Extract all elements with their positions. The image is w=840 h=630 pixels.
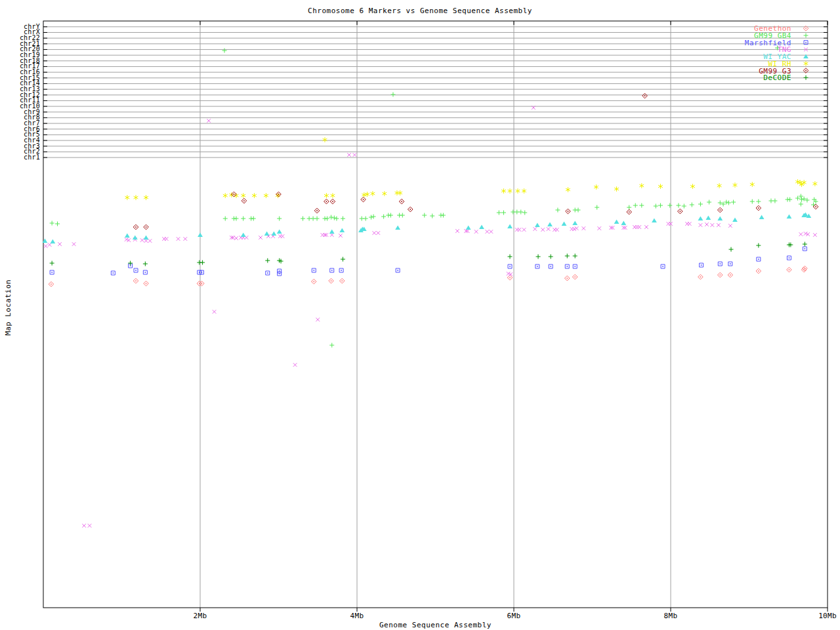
data-point — [486, 230, 490, 234]
data-point — [728, 224, 732, 228]
data-point — [639, 183, 644, 188]
data-point — [330, 233, 334, 237]
data-point — [627, 209, 632, 215]
data-point — [360, 217, 364, 221]
data-point — [278, 269, 282, 273]
data-point — [324, 199, 329, 204]
data-point — [690, 184, 695, 189]
data-point — [165, 237, 169, 241]
data-point — [682, 204, 686, 209]
data-point — [314, 208, 320, 213]
data-point — [768, 199, 773, 203]
data-point — [133, 278, 138, 284]
data-point — [597, 226, 601, 230]
data-point — [718, 262, 722, 266]
data-point — [307, 217, 312, 221]
data-point — [728, 262, 732, 266]
data-point — [799, 232, 803, 236]
data-point — [522, 228, 526, 232]
series-marshfield — [50, 247, 807, 276]
data-point — [812, 181, 817, 186]
data-point — [140, 238, 144, 242]
data-point — [242, 198, 247, 203]
data-point — [388, 213, 393, 218]
data-point — [324, 193, 329, 198]
data-point — [711, 223, 715, 227]
data-point — [82, 524, 86, 528]
data-point — [514, 210, 519, 215]
data-point — [395, 225, 400, 230]
data-point — [759, 215, 765, 219]
data-point — [455, 229, 459, 233]
data-point — [125, 233, 130, 238]
data-point — [347, 153, 351, 157]
legend-marker-icon — [804, 75, 808, 80]
data-point — [652, 218, 657, 222]
data-point — [533, 227, 537, 231]
data-point — [555, 228, 559, 232]
data-point — [361, 197, 366, 202]
data-point — [200, 261, 205, 265]
data-point — [198, 232, 203, 237]
data-point — [731, 200, 736, 205]
data-point — [756, 205, 761, 211]
data-point — [241, 217, 245, 221]
data-point — [594, 184, 598, 190]
data-point — [566, 209, 571, 214]
data-point — [726, 201, 731, 205]
data-point — [799, 198, 804, 202]
data-point — [497, 211, 501, 215]
data-point — [717, 272, 723, 278]
data-point — [134, 268, 138, 272]
data-point — [733, 182, 738, 188]
data-point — [312, 268, 316, 272]
data-point — [125, 195, 129, 200]
data-point — [690, 203, 694, 207]
y-tick-label-chr1: chr1 — [0, 155, 40, 160]
data-point — [271, 231, 276, 236]
data-point — [222, 49, 227, 53]
data-point — [756, 268, 761, 274]
data-point — [564, 276, 570, 281]
data-point — [633, 203, 638, 208]
plot-area — [0, 0, 840, 630]
data-point — [339, 228, 345, 232]
series-wi-rh — [125, 137, 817, 200]
data-point — [707, 200, 711, 205]
data-point — [277, 217, 282, 221]
data-point — [555, 208, 560, 213]
data-point — [371, 215, 376, 219]
data-point — [44, 244, 48, 248]
data-point — [422, 213, 427, 218]
data-point — [541, 228, 545, 232]
data-point — [311, 217, 316, 221]
data-point — [223, 193, 228, 198]
data-point — [259, 236, 262, 240]
data-point — [88, 524, 92, 528]
data-point — [207, 119, 211, 123]
data-point — [717, 183, 722, 188]
data-point — [339, 268, 343, 272]
data-point — [390, 93, 395, 97]
data-point — [566, 187, 570, 192]
data-point — [143, 262, 148, 266]
data-point — [490, 230, 494, 234]
data-point — [441, 213, 446, 218]
data-point — [50, 221, 54, 226]
data-point — [183, 237, 187, 241]
data-point — [128, 261, 133, 266]
data-point — [399, 199, 404, 204]
data-point — [705, 215, 711, 220]
data-point — [265, 259, 270, 263]
data-point — [329, 215, 333, 220]
data-point — [507, 275, 513, 280]
data-point — [637, 225, 641, 229]
data-point — [614, 186, 619, 192]
data-point — [501, 211, 506, 215]
data-point — [315, 217, 320, 221]
data-point — [251, 217, 256, 221]
data-point — [756, 243, 761, 248]
data-point — [688, 222, 692, 226]
data-point — [549, 255, 553, 259]
data-point — [330, 199, 335, 204]
